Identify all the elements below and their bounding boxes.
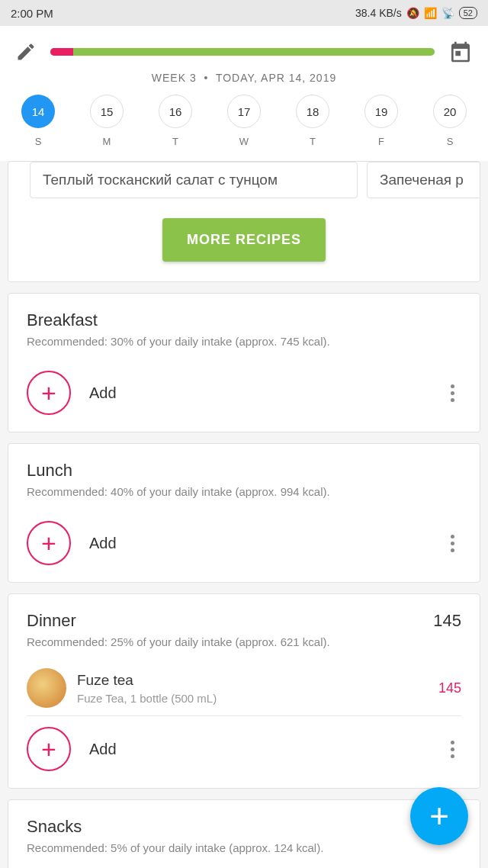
status-time: 2:00 PM (11, 7, 53, 20)
day-letter: S (447, 136, 454, 147)
day-circle[interactable]: 19 (364, 95, 398, 128)
day-column[interactable]: 15M (90, 95, 124, 147)
edit-icon[interactable] (15, 41, 37, 63)
day-letter: T (310, 136, 316, 147)
day-letter: F (378, 136, 384, 147)
add-label[interactable]: Add (89, 741, 425, 758)
food-row[interactable]: Fuze tea Fuze Tea, 1 bottle (500 mL) 145 (27, 661, 461, 716)
plus-icon: + (41, 380, 56, 406)
meal-recommendation: Recommended: 5% of your daily intake (ap… (27, 841, 461, 854)
meal-title: Snacks (27, 817, 82, 837)
progress-bar (50, 48, 435, 56)
food-kcal: 145 (438, 680, 461, 696)
meal-kcal: 145 (433, 611, 461, 631)
meal-title: Breakfast (27, 310, 98, 330)
wifi-icon: 📡 (441, 7, 454, 19)
food-name: Fuze tea (77, 672, 428, 689)
recipe-card[interactable]: Теплый тосканский салат с тунцом (30, 162, 358, 198)
day-circle[interactable]: 14 (21, 95, 55, 128)
plus-icon: + (41, 530, 56, 556)
fab-add-button[interactable]: + (410, 787, 468, 845)
day-column[interactable]: 20S (433, 95, 467, 147)
day-letter: W (239, 136, 249, 147)
more-options-icon[interactable] (443, 534, 461, 552)
day-column[interactable]: 17W (227, 95, 261, 147)
week-strip: 14S15M16T17W18T19F20S (15, 95, 473, 161)
status-right: 38.4 KB/s 🔕 📶 📡 52 (355, 7, 477, 19)
day-circle[interactable]: 20 (433, 95, 467, 128)
recipe-cards[interactable]: Теплый тосканский салат с тунцомЗапечена… (8, 162, 480, 218)
calendar-icon[interactable] (448, 40, 473, 64)
plus-icon: + (429, 799, 449, 833)
day-circle[interactable]: 18 (296, 95, 329, 128)
date-label: WEEK 3 • TODAY, APR 14, 2019 (15, 72, 473, 95)
day-letter: S (35, 136, 42, 147)
add-meal-button[interactable]: + (27, 371, 71, 415)
day-circle[interactable]: 15 (90, 95, 124, 128)
food-info: Fuze tea Fuze Tea, 1 bottle (500 mL) (77, 672, 428, 705)
day-letter: T (172, 136, 178, 147)
progress-fill (50, 48, 73, 56)
day-column[interactable]: 14S (21, 95, 55, 147)
day-circle[interactable]: 16 (159, 95, 192, 128)
add-meal-button[interactable]: + (27, 521, 71, 565)
status-speed: 38.4 KB/s (355, 7, 402, 19)
day-column[interactable]: 19F (364, 95, 398, 147)
meal-recommendation: Recommended: 40% of your daily intake (a… (27, 485, 461, 498)
meal-title: Dinner (27, 611, 76, 631)
plus-icon: + (41, 736, 56, 762)
more-options-icon[interactable] (443, 384, 461, 402)
more-options-icon[interactable] (443, 740, 461, 758)
recipe-card[interactable]: Запеченая р (367, 162, 480, 198)
food-thumb (27, 668, 66, 708)
meal-card: Snacks Recommended: 5% of your daily int… (8, 799, 480, 868)
battery-icon: 52 (459, 7, 477, 19)
silent-icon: 🔕 (406, 7, 419, 19)
add-label[interactable]: Add (89, 384, 425, 402)
meal-title: Lunch (27, 461, 72, 481)
meal-card: Lunch Recommended: 40% of your daily int… (8, 443, 480, 583)
more-recipes-button[interactable]: MORE RECIPES (162, 218, 326, 262)
signal-icon: 📶 (424, 7, 437, 19)
day-column[interactable]: 18T (296, 95, 329, 147)
status-bar: 2:00 PM 38.4 KB/s 🔕 📶 📡 52 (0, 0, 488, 26)
food-detail: Fuze Tea, 1 bottle (500 mL) (77, 692, 428, 705)
add-label[interactable]: Add (89, 535, 425, 552)
day-column[interactable]: 16T (159, 95, 192, 147)
meal-card: Dinner 145 Recommended: 25% of your dail… (8, 593, 480, 789)
week-text: WEEK 3 (152, 72, 197, 84)
day-letter: M (103, 136, 111, 147)
meal-recommendation: Recommended: 25% of your daily intake (a… (27, 635, 461, 648)
add-meal-button[interactable]: + (27, 727, 71, 771)
meal-recommendation: Recommended: 30% of your daily intake (a… (27, 335, 461, 348)
recipe-section: Теплый тосканский салат с тунцомЗапечена… (8, 161, 480, 282)
day-circle[interactable]: 17 (227, 95, 261, 128)
header: WEEK 3 • TODAY, APR 14, 2019 14S15M16T17… (0, 26, 488, 161)
meal-card: Breakfast Recommended: 30% of your daily… (8, 293, 480, 432)
date-text: TODAY, APR 14, 2019 (216, 72, 336, 84)
